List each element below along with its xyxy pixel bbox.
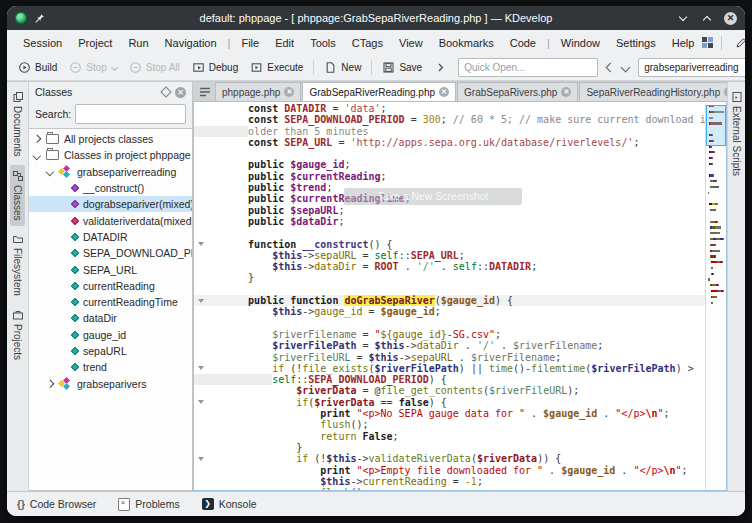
code-line[interactable]: public $gauge_id; <box>194 159 708 170</box>
tab-close-icon[interactable]: ✕ <box>561 87 571 97</box>
editor-tab-grabsepariverreading-php[interactable]: GrabSepaRiverReading.php✕ <box>302 82 456 101</box>
stop-button[interactable]: Stop <box>64 58 122 77</box>
menu-ctags[interactable]: CTags <box>344 34 391 52</box>
code-line[interactable]: $riverData = @file_get_contents($riverFi… <box>194 385 708 396</box>
search-input[interactable] <box>638 58 745 77</box>
expander-icon[interactable] <box>46 381 54 387</box>
tree-item-sepa-url[interactable]: SEPA_URL <box>29 261 192 277</box>
document-list-icon[interactable] <box>198 86 212 98</box>
expander-icon[interactable] <box>33 136 41 142</box>
save-button[interactable]: Save <box>377 58 427 77</box>
fold-arrow-icon[interactable] <box>198 457 204 461</box>
code-line[interactable]: flush(); <box>194 419 708 430</box>
code-line[interactable]: $riverFilePath = $this->dataDir . '/' . … <box>194 340 708 351</box>
area-switcher-icon[interactable] <box>702 37 713 48</box>
code-line[interactable]: public $dataDir; <box>194 216 708 227</box>
code-line[interactable]: print "<p>No SEPA gauge data for " . $ga… <box>194 408 708 419</box>
code-line[interactable] <box>194 318 708 329</box>
tree-item-construct[interactable]: __construct() <box>29 180 192 196</box>
tree-item-validateriverdata-mixed[interactable]: validateriverdata(mixed) <box>29 212 192 228</box>
editor-tab-separiverreadinghistory-php[interactable]: SepaRiverReadingHistory.php✕ <box>579 82 741 101</box>
dock-tab-classes[interactable]: Classes <box>10 165 25 227</box>
editor-tab-grabseparivers-php[interactable]: GrabSepaRivers.php✕ <box>457 82 578 101</box>
new-button[interactable]: New <box>319 58 366 77</box>
tree-item-sepa-download-period[interactable]: SEPA_DOWNLOAD_PERIOD <box>29 245 192 261</box>
tree-item-all-projects-classes[interactable]: All projects classes <box>29 131 192 147</box>
code-line[interactable]: if (!file_exists($riverFilePath) || time… <box>194 363 708 374</box>
menu-window[interactable]: Window <box>553 34 608 52</box>
minimap-scrollbar[interactable] <box>705 103 726 490</box>
menu-settings[interactable]: Settings <box>608 34 664 52</box>
fold-arrow-icon[interactable] <box>198 400 204 404</box>
code-line[interactable]: const SEPA_DOWNLOAD_PERIOD = 300; // 60 … <box>194 114 708 125</box>
menu-run[interactable]: Run <box>120 34 156 52</box>
stop-all-button[interactable]: Stop All <box>124 58 185 77</box>
menu-bookmarks[interactable]: Bookmarks <box>431 34 502 52</box>
menu-tools[interactable]: Tools <box>302 34 344 52</box>
nav-dropdown-icon[interactable] <box>621 63 631 73</box>
code-line[interactable]: $riverFileURL = $this->sepaURL . $riverF… <box>194 352 708 363</box>
code-line[interactable]: public $currentReading; <box>194 171 708 182</box>
fold-arrow-icon[interactable] <box>198 242 204 246</box>
menu-code[interactable]: Code <box>502 34 544 52</box>
execute-button[interactable]: Execute <box>245 58 308 77</box>
tree-item-grabsepariverreading[interactable]: grabsepariverreading <box>29 164 192 180</box>
code-line[interactable]: $this->sepaURL = self::SEPA_URL; <box>194 250 708 261</box>
code-editor[interactable]: const DATADIR = 'data'; const SEPA_DOWNL… <box>193 101 727 491</box>
code-line[interactable]: $this->gauge_id = $gauge_id; <box>194 306 708 317</box>
tree-item-trend[interactable]: trend <box>29 359 192 375</box>
close-button[interactable]: ✕ <box>724 12 737 25</box>
dock-tab-external-scripts[interactable]: External Scripts <box>729 86 744 182</box>
code-line[interactable]: self::SEPA_DOWNLOAD_PERIOD) { <box>194 374 708 385</box>
build-button[interactable]: Build <box>13 58 62 77</box>
code-line[interactable]: flush(); <box>194 487 708 490</box>
code-line[interactable]: const SEPA_URL = 'http://apps.sepa.org.u… <box>194 137 708 148</box>
tree-item-currentreading[interactable]: currentReading <box>29 278 192 294</box>
code-line[interactable]: public $sepaURL; <box>194 205 708 216</box>
quick-open-input[interactable] <box>458 58 598 77</box>
minimize-button[interactable] <box>676 11 690 25</box>
code-line[interactable]: print "<p>Empty file downloaded for " . … <box>194 465 708 476</box>
minimap-viewport[interactable] <box>706 105 726 146</box>
menu-session[interactable]: Session <box>15 34 70 52</box>
code-line[interactable]: } <box>194 442 708 453</box>
area-code-button[interactable]: Code <box>730 35 745 51</box>
tab-close-icon[interactable]: ✕ <box>284 87 294 97</box>
code-line[interactable] <box>194 148 708 159</box>
panel-close-icon[interactable]: ✕ <box>175 87 186 98</box>
code-line[interactable]: function __construct() { <box>194 239 708 250</box>
tree-item-currentreadingtime[interactable]: currentReadingTime <box>29 294 192 310</box>
dock-tab-projects[interactable]: Projects <box>10 304 25 366</box>
code-line[interactable]: } <box>194 272 708 283</box>
tree-item-grabseparivers[interactable]: grabseparivers <box>29 375 192 391</box>
expander-icon[interactable] <box>33 153 41 159</box>
menu-view[interactable]: View <box>391 34 431 52</box>
code-line[interactable]: $this->currentReading = -1; <box>194 476 708 487</box>
menu-file[interactable]: File <box>233 34 267 52</box>
toolbar-overflow-button[interactable] <box>429 58 452 77</box>
code-line[interactable]: $this->dataDir = ROOT . '/' . self::DATA… <box>194 261 708 272</box>
dock-tab-filesystem[interactable]: Filesystem <box>10 228 25 302</box>
tree-item-sepaurl[interactable]: sepaURL <box>29 343 192 359</box>
nav-back-icon[interactable] <box>606 63 616 73</box>
fold-arrow-icon[interactable] <box>198 299 204 303</box>
tab-close-icon[interactable]: ✕ <box>439 87 449 97</box>
menu-help[interactable]: Help <box>664 34 703 52</box>
code-line[interactable]: public function doGrabSepaRiver($gauge_i… <box>194 295 708 306</box>
editor-tab-phppage-php[interactable]: phppage.php✕ <box>215 82 301 101</box>
code-line[interactable]: if($riverData == false) { <box>194 397 708 408</box>
debug-button[interactable]: Debug <box>187 58 243 77</box>
code-line[interactable]: older than 5 minutes <box>194 126 708 137</box>
menu-project[interactable]: Project <box>70 34 120 52</box>
statusbar-konsole[interactable]: ❯Konsole <box>202 498 257 510</box>
code-line[interactable]: return False; <box>194 431 708 442</box>
classes-search-input[interactable] <box>75 104 186 124</box>
maximize-button[interactable] <box>700 11 714 25</box>
code-line[interactable] <box>194 284 708 295</box>
fold-arrow-icon[interactable] <box>198 366 204 370</box>
code-line[interactable] <box>194 227 708 238</box>
tree-item-datadir[interactable]: dataDir <box>29 310 192 326</box>
tree-item-datadir[interactable]: DATADIR <box>29 229 192 245</box>
panel-float-icon[interactable] <box>160 86 171 97</box>
menu-edit[interactable]: Edit <box>267 34 302 52</box>
